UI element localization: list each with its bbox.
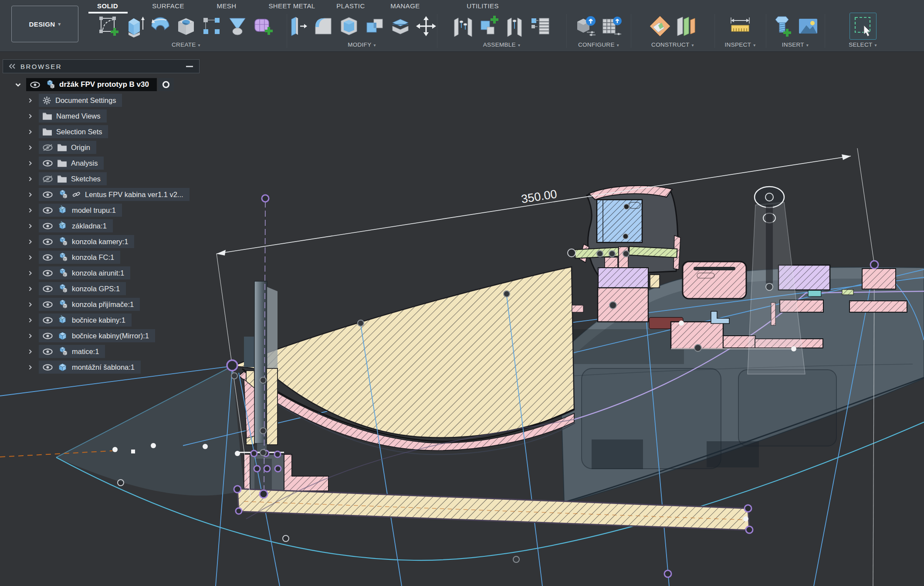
chevron-right-icon[interactable]: [27, 255, 33, 260]
chevron-right-icon[interactable]: [27, 349, 33, 354]
browser-header[interactable]: BROWSER: [3, 59, 200, 73]
visibility-eye-icon[interactable]: [42, 238, 53, 245]
tab-utilities[interactable]: UTILITIES: [467, 2, 499, 10]
browser-tree-row[interactable]: Origin: [3, 140, 200, 155]
minimize-panel-icon[interactable]: [186, 66, 193, 67]
chevron-right-icon[interactable]: [27, 239, 33, 245]
group-label-configure[interactable]: CONFIGURE: [566, 41, 631, 48]
visibility-eye-icon[interactable]: [42, 269, 53, 277]
browser-tree-row[interactable]: matice:1: [3, 344, 200, 359]
primitive-icon[interactable]: [226, 15, 249, 37]
move-copy-icon[interactable]: [415, 15, 437, 37]
rectangular-pattern-icon[interactable]: [200, 15, 223, 37]
chevron-right-icon[interactable]: [27, 302, 33, 307]
tab-manage[interactable]: MANAGE: [390, 2, 420, 10]
chevron-right-icon[interactable]: [27, 270, 33, 276]
browser-tree-row[interactable]: ⚓bočnice kabiny:1: [3, 312, 200, 328]
visibility-eye-icon[interactable]: [42, 348, 53, 355]
group-label-modify[interactable]: MODIFY: [287, 41, 437, 48]
offset-plane-icon[interactable]: [674, 15, 697, 37]
group-label-create[interactable]: CREATE: [85, 41, 287, 48]
visibility-eye-icon[interactable]: [42, 254, 53, 261]
collapse-panel-icon[interactable]: [8, 64, 16, 69]
chevron-right-icon[interactable]: [27, 286, 33, 292]
configuration-icon[interactable]: [575, 15, 597, 37]
visibility-eye-icon[interactable]: [42, 332, 53, 340]
configuration-table-icon[interactable]: [600, 15, 623, 37]
chevron-right-icon[interactable]: [27, 98, 33, 103]
chevron-right-icon[interactable]: [27, 160, 33, 166]
chevron-right-icon[interactable]: [27, 129, 33, 135]
group-label-inspect[interactable]: INSPECT: [714, 41, 766, 48]
press-pull-icon[interactable]: [286, 15, 309, 37]
group-label-construct[interactable]: CONSTRUCT: [631, 41, 714, 48]
chevron-right-icon[interactable]: [27, 192, 33, 198]
joint-table-icon[interactable]: [529, 15, 552, 37]
browser-tree-row[interactable]: Document Settings: [3, 92, 200, 108]
visibility-eye-icon[interactable]: [30, 81, 41, 89]
browser-tree-row[interactable]: Analysis: [3, 155, 200, 171]
hull-cross-section[interactable]: [232, 267, 575, 454]
baseplate-section[interactable]: [237, 489, 749, 530]
browser-tree-row[interactable]: konzola přijímače:1: [3, 296, 200, 312]
tab-sheet-metal[interactable]: SHEET METAL: [268, 2, 315, 10]
chevron-down-icon[interactable]: [15, 82, 21, 88]
browser-tree-row[interactable]: konzola airunit:1: [3, 265, 200, 281]
measure-icon[interactable]: [729, 15, 751, 37]
split-body-icon[interactable]: [389, 15, 412, 37]
chevron-right-icon[interactable]: [27, 333, 33, 339]
revolve-icon[interactable]: [149, 15, 172, 37]
browser-tree-row[interactable]: Lentus FPV kabina ver1.1 v2...: [3, 187, 200, 202]
construct-plane-icon[interactable]: [649, 15, 671, 37]
tab-solid[interactable]: SOLID: [97, 2, 118, 10]
visibility-eye-icon[interactable]: [42, 301, 53, 308]
chevron-right-icon[interactable]: [27, 113, 33, 119]
tab-plastic[interactable]: PLASTIC: [336, 2, 365, 10]
visibility-eye-icon[interactable]: [42, 191, 53, 198]
tab-mesh[interactable]: MESH: [217, 2, 237, 10]
browser-tree-row[interactable]: montážní šablona:1: [3, 359, 200, 375]
tab-surface[interactable]: SURFACE: [152, 2, 184, 10]
browser-tree-row[interactable]: konzola FC:1: [3, 249, 200, 265]
chevron-right-icon[interactable]: [27, 208, 33, 213]
visibility-eye-icon[interactable]: [42, 317, 53, 324]
visibility-eye-icon[interactable]: [42, 285, 53, 293]
select-icon[interactable]: [852, 15, 874, 37]
combine-icon[interactable]: [363, 15, 386, 37]
browser-tree-row[interactable]: Sketches: [3, 171, 200, 187]
create-form-icon[interactable]: [252, 15, 274, 37]
visibility-eye-icon[interactable]: [42, 207, 53, 214]
browser-tree-row[interactable]: ⚓základna:1: [3, 218, 200, 234]
visibility-eye-hidden-icon[interactable]: [42, 175, 53, 183]
extrude-icon[interactable]: [123, 15, 146, 37]
fillet-icon[interactable]: [312, 15, 335, 37]
new-component-icon[interactable]: [477, 15, 500, 37]
joint-icon[interactable]: [452, 15, 474, 37]
activate-component-radio[interactable]: [162, 80, 170, 89]
chevron-right-icon[interactable]: [27, 145, 33, 150]
visibility-eye-icon[interactable]: [42, 160, 53, 167]
browser-tree-row[interactable]: ⚓model trupu:1: [3, 202, 200, 218]
browser-tree-row[interactable]: konzola kamery:1: [3, 234, 200, 249]
chevron-right-icon[interactable]: [27, 365, 33, 370]
insert-fastener-icon[interactable]: [771, 15, 794, 37]
chevron-right-icon[interactable]: [27, 223, 33, 229]
browser-tree-row[interactable]: konzola GPS:1: [3, 281, 200, 296]
browser-tree-row[interactable]: bočnice kabiny(Mirror):1: [3, 328, 200, 344]
visibility-eye-icon[interactable]: [42, 222, 53, 230]
hole-icon[interactable]: [175, 15, 197, 37]
group-label-insert[interactable]: INSERT: [766, 41, 825, 48]
browser-root-row[interactable]: držák FPV prototyp B v30: [3, 77, 200, 92]
browser-tree-row[interactable]: Selection Sets: [3, 124, 200, 140]
group-label-assemble[interactable]: ASSEMBLE: [437, 41, 566, 48]
canvas-icon[interactable]: [797, 15, 819, 37]
workspace-switcher-button[interactable]: DESIGN▾: [11, 6, 78, 42]
chevron-right-icon[interactable]: [27, 317, 33, 323]
browser-tree-row[interactable]: Named Views: [3, 108, 200, 124]
chevron-right-icon[interactable]: [27, 176, 33, 182]
shell-icon[interactable]: [338, 15, 360, 37]
create-sketch-icon[interactable]: [98, 15, 120, 37]
visibility-eye-hidden-icon[interactable]: [42, 144, 53, 151]
as-built-joint-icon[interactable]: [503, 15, 526, 37]
visibility-eye-icon[interactable]: [42, 364, 53, 371]
